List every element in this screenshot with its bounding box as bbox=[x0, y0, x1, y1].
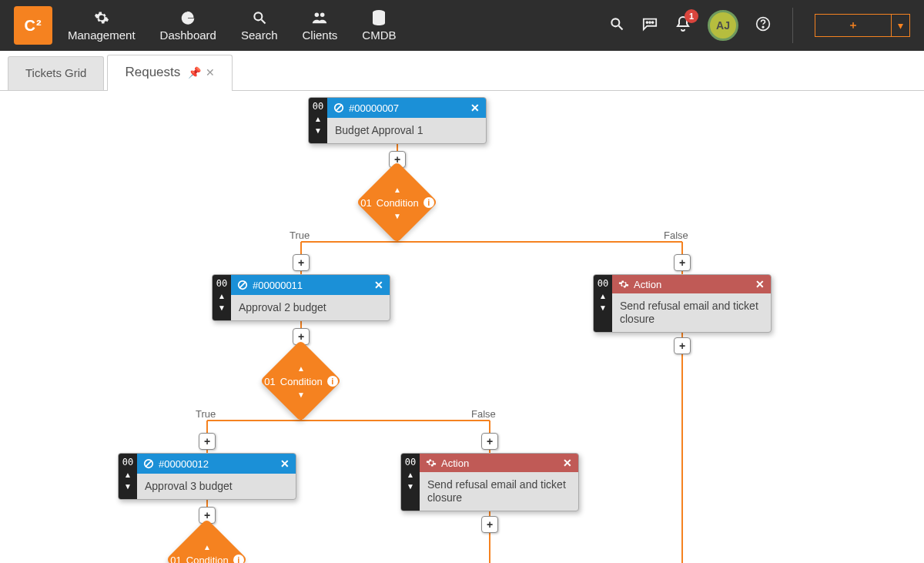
move-up-icon[interactable]: ▲ bbox=[124, 471, 132, 479]
move-up-icon[interactable]: ▲ bbox=[407, 471, 414, 479]
move-up-icon[interactable]: ▲ bbox=[314, 115, 322, 123]
nav-items: Management Dashboard Search Clients CMDB bbox=[68, 9, 397, 42]
workflow-node-ticket-3[interactable]: 00 ▲ ▼ #00000012 ✕ Approval 3 budget bbox=[118, 453, 296, 500]
tab-label: Requests bbox=[125, 65, 180, 80]
help-icon[interactable] bbox=[755, 16, 771, 35]
condition-label: Condition bbox=[377, 197, 419, 209]
close-icon[interactable]: ✕ bbox=[206, 66, 215, 79]
pie-chart-icon bbox=[180, 9, 196, 26]
add-button[interactable]: ＋ bbox=[815, 14, 892, 37]
node-order: 00 bbox=[405, 457, 416, 467]
search-icon bbox=[252, 9, 267, 26]
move-down-icon[interactable]: ▼ bbox=[218, 303, 226, 312]
close-icon[interactable]: ✕ bbox=[280, 457, 290, 470]
svg-point-5 bbox=[611, 18, 619, 26]
add-node-button[interactable]: + bbox=[481, 516, 498, 533]
workflow-node-action-1[interactable]: 00 ▲ ▼ Action ✕ Send refusal email and t… bbox=[593, 274, 772, 333]
node-description: Budget Approval 1 bbox=[327, 118, 486, 143]
move-up-icon[interactable]: ▲ bbox=[218, 292, 226, 300]
node-header: Action ✕ bbox=[612, 275, 771, 293]
nav-label: CMDB bbox=[362, 28, 396, 42]
info-icon[interactable]: i bbox=[233, 555, 244, 563]
node-sidebar: 00 ▲ ▼ bbox=[401, 454, 420, 511]
node-order: 00 bbox=[216, 278, 227, 289]
move-up-icon[interactable]: ▲ bbox=[599, 292, 607, 300]
action-title: Action bbox=[634, 279, 661, 290]
nav-divider bbox=[792, 8, 793, 43]
svg-point-11 bbox=[762, 26, 764, 28]
chevron-up-icon[interactable]: ▲ bbox=[393, 186, 401, 194]
svg-point-9 bbox=[652, 22, 654, 23]
close-icon[interactable]: ✕ bbox=[563, 457, 572, 469]
svg-point-3 bbox=[320, 13, 325, 17]
workflow-node-action-2[interactable]: 00 ▲ ▼ Action ✕ Send refusal email and t… bbox=[400, 453, 579, 511]
branch-label-true: True bbox=[196, 408, 216, 420]
top-navbar: C² Management Dashboard Search Clients bbox=[0, 0, 924, 51]
svg-point-2 bbox=[315, 13, 320, 17]
nav-item-search[interactable]: Search bbox=[241, 9, 278, 42]
node-header: Action ✕ bbox=[420, 454, 578, 472]
block-icon bbox=[237, 280, 248, 290]
workflow-node-ticket-1[interactable]: 00 ▲ ▼ #00000007 ✕ Budget Approval 1 bbox=[308, 97, 487, 144]
chevron-down-icon[interactable]: ▼ bbox=[393, 212, 401, 220]
close-icon[interactable]: ✕ bbox=[755, 278, 765, 290]
tab-tickets-grid[interactable]: Tickets Grid bbox=[8, 56, 104, 90]
badge-count: 1 bbox=[689, 12, 694, 21]
notification-badge: 1 bbox=[685, 9, 698, 23]
add-node-button[interactable]: + bbox=[293, 254, 310, 271]
condition-order: 01 bbox=[264, 376, 275, 387]
condition-node-2[interactable]: ▲ 01 Condition i ▼ bbox=[260, 340, 342, 422]
move-down-icon[interactable]: ▼ bbox=[314, 126, 322, 135]
node-sidebar: 00 ▲ ▼ bbox=[309, 98, 327, 143]
chevron-up-icon[interactable]: ▲ bbox=[297, 364, 305, 373]
ticket-id: #00000011 bbox=[253, 280, 303, 291]
pin-icon[interactable]: 📌 bbox=[188, 66, 201, 79]
users-icon bbox=[311, 9, 328, 26]
info-icon[interactable]: i bbox=[424, 197, 434, 208]
chevron-up-icon[interactable]: ▲ bbox=[203, 543, 211, 551]
ticket-id: #00000012 bbox=[159, 458, 209, 470]
workflow-canvas[interactable]: 00 ▲ ▼ #00000007 ✕ Budget Approval 1 + ▲… bbox=[0, 91, 924, 563]
chevron-down-icon[interactable]: ▼ bbox=[297, 390, 305, 399]
tab-label: Tickets Grid bbox=[25, 66, 86, 79]
nav-item-clients[interactable]: Clients bbox=[302, 9, 337, 42]
app-logo[interactable]: C² bbox=[14, 6, 52, 45]
ticket-id: #00000007 bbox=[349, 102, 399, 114]
node-description: Approval 3 budget bbox=[137, 474, 296, 499]
move-down-icon[interactable]: ▼ bbox=[407, 482, 414, 491]
logo-text: C² bbox=[24, 17, 42, 35]
svg-line-26 bbox=[336, 105, 342, 111]
nav-item-cmdb[interactable]: CMDB bbox=[362, 9, 396, 42]
svg-point-8 bbox=[649, 22, 651, 23]
move-down-icon[interactable]: ▼ bbox=[599, 303, 607, 312]
branch-label-false: False bbox=[664, 230, 688, 241]
add-node-button[interactable]: + bbox=[674, 337, 691, 354]
add-node-button[interactable]: + bbox=[481, 433, 498, 450]
workflow-node-ticket-2[interactable]: 00 ▲ ▼ #00000011 ✕ Approval 2 budget bbox=[212, 274, 390, 321]
add-node-button[interactable]: + bbox=[674, 254, 691, 271]
close-icon[interactable]: ✕ bbox=[374, 279, 383, 291]
svg-line-28 bbox=[239, 282, 246, 288]
avatar-initials: AJ bbox=[716, 19, 730, 32]
nav-label: Clients bbox=[302, 28, 337, 42]
info-icon[interactable]: i bbox=[327, 376, 338, 387]
add-node-button[interactable]: + bbox=[199, 433, 216, 450]
condition-node-3[interactable]: ▲ 01 Condition i ▼ bbox=[166, 519, 248, 563]
nav-label: Management bbox=[68, 28, 136, 42]
nav-item-dashboard[interactable]: Dashboard bbox=[160, 9, 216, 42]
svg-line-6 bbox=[619, 25, 623, 29]
close-icon[interactable]: ✕ bbox=[470, 102, 480, 114]
bell-icon[interactable]: 1 bbox=[675, 15, 691, 36]
global-search-icon[interactable] bbox=[609, 16, 624, 35]
move-down-icon[interactable]: ▼ bbox=[124, 482, 132, 491]
condition-order: 01 bbox=[170, 555, 181, 564]
condition-node-1[interactable]: ▲ 01 Condition i ▼ bbox=[357, 162, 438, 243]
avatar[interactable]: AJ bbox=[708, 10, 738, 41]
add-button-dropdown[interactable]: ▾ bbox=[892, 14, 910, 37]
condition-order: 01 bbox=[360, 197, 371, 209]
gear-icon bbox=[618, 279, 629, 290]
nav-item-management[interactable]: Management bbox=[68, 9, 136, 42]
chat-icon[interactable] bbox=[641, 16, 658, 35]
tab-requests[interactable]: Requests 📌 ✕ bbox=[107, 55, 233, 91]
node-order: 00 bbox=[598, 278, 608, 289]
